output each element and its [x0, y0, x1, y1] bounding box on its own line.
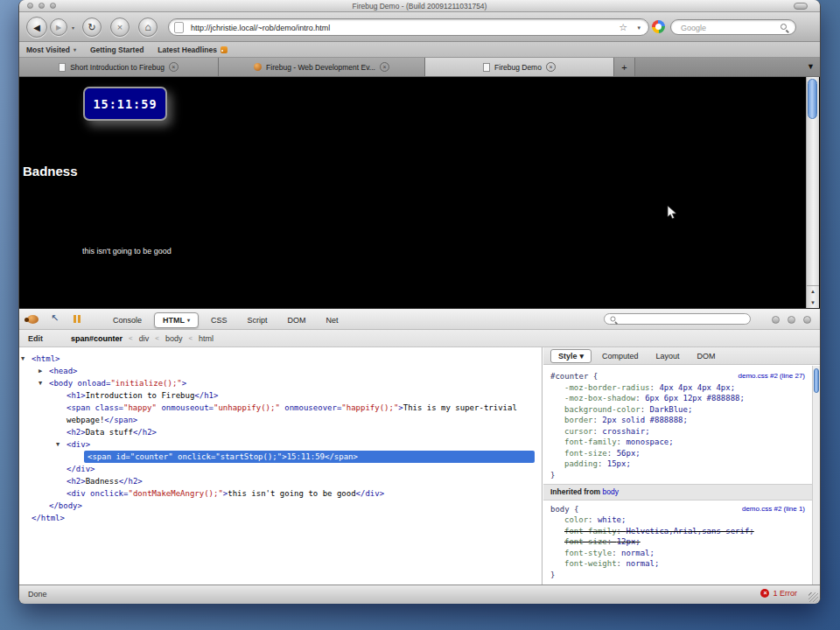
search-engine-icon[interactable]: [652, 20, 665, 33]
scrollbar-thumb[interactable]: [808, 79, 817, 119]
breadcrumb-item[interactable]: div: [139, 334, 150, 343]
new-tab-button[interactable]: +: [614, 58, 635, 76]
close-tab-icon[interactable]: ×: [380, 62, 389, 72]
bookmark-item[interactable]: Most Visited▾: [26, 46, 76, 54]
breadcrumb-item[interactable]: span#counter: [71, 334, 122, 343]
tree-node[interactable]: </html>: [19, 512, 542, 524]
page-message[interactable]: this isn't going to be good: [82, 247, 172, 256]
firebug-tab-console[interactable]: Console: [105, 313, 150, 327]
home-button[interactable]: ⌂: [138, 18, 158, 37]
resize-grip[interactable]: [808, 592, 818, 602]
counter-clock[interactable]: 15:11:59: [83, 87, 167, 121]
firebug-close-button[interactable]: [803, 316, 811, 324]
tree-node[interactable]: <h1>Introduction to Firebug</h1>: [19, 389, 542, 402]
tree-node[interactable]: <span class="happy" onmouseout="unhappif…: [19, 402, 542, 426]
css-property[interactable]: border: 2px solid #888888;: [550, 415, 805, 426]
pause-icon[interactable]: [74, 315, 80, 323]
firebug-minimize-button[interactable]: [772, 316, 780, 324]
list-all-tabs-icon[interactable]: ▼: [807, 62, 815, 71]
css-property[interactable]: font-family: monospace;: [550, 437, 805, 448]
css-property[interactable]: cursor: crosshair;: [550, 426, 805, 438]
inherited-element-link[interactable]: body: [603, 487, 619, 496]
scroll-up-icon[interactable]: ▲: [807, 286, 819, 298]
css-property[interactable]: -moz-box-shadow: 6px 6px 12px #888888;: [550, 393, 805, 404]
css-property[interactable]: font-weight: normal;: [550, 558, 805, 570]
browser-tab[interactable]: Short Introduction to Firebug×: [19, 58, 219, 76]
code-tag: </html>: [32, 514, 65, 522]
twisty-icon[interactable]: ▼: [38, 377, 42, 389]
tree-node[interactable]: <h2>Badness</h2>: [19, 475, 542, 487]
close-window-button[interactable]: [27, 3, 33, 9]
tree-node[interactable]: ▶<head>: [19, 365, 542, 377]
tree-node[interactable]: ▼<html>: [19, 353, 542, 365]
property-name: padding: [564, 459, 598, 468]
url-input[interactable]: http://jchristie.local/~rob/demo/intro.h…: [191, 24, 330, 32]
css-property[interactable]: -moz-border-radius: 4px 4px 4px 4px;: [550, 382, 805, 394]
breadcrumb-item[interactable]: body: [165, 334, 183, 343]
code-tag: <h2>: [66, 428, 86, 437]
tree-node[interactable]: <span id="counter" onclick="startStop();…: [19, 451, 542, 463]
bookmark-item[interactable]: Latest Headlines: [158, 46, 228, 54]
twisty-icon[interactable]: ▼: [21, 353, 24, 365]
firebug-search-field[interactable]: [604, 313, 751, 325]
style-tab-dom[interactable]: DOM: [690, 350, 723, 362]
twisty-icon[interactable]: ▼: [56, 438, 60, 451]
url-bar[interactable]: http://jchristie.local/~rob/demo/intro.h…: [168, 18, 649, 36]
tree-node[interactable]: ▼<body onload="initialize();">: [19, 377, 542, 389]
twisty-icon[interactable]: ▶: [38, 365, 42, 377]
close-tab-icon[interactable]: ×: [546, 62, 556, 72]
firebug-error-badge[interactable]: × 1 Error: [760, 589, 797, 598]
css-selector[interactable]: #counter {: [550, 372, 598, 381]
css-property[interactable]: background-color: DarkBlue;: [550, 404, 805, 416]
zoom-window-button[interactable]: [50, 3, 56, 9]
tree-node[interactable]: <div onclick="dontMakeMeAngry();">this i…: [19, 487, 542, 500]
browser-tab[interactable]: Firebug - Web Development Ev...×: [219, 58, 425, 76]
browser-tab[interactable]: Firebug Demo×: [425, 58, 614, 76]
inspect-element-icon[interactable]: ↖: [51, 312, 59, 324]
firebug-tab-script[interactable]: Script: [240, 313, 276, 327]
css-property[interactable]: font-style: normal;: [550, 548, 805, 559]
tree-node[interactable]: ▼<div>: [19, 438, 542, 451]
firebug-tab-net[interactable]: Net: [318, 313, 346, 327]
search-bar[interactable]: Google: [670, 19, 796, 35]
css-property[interactable]: font-size: 12px;: [550, 536, 805, 548]
style-tab-style[interactable]: Style▾: [550, 349, 592, 363]
breadcrumb-item[interactable]: html: [199, 334, 214, 343]
forward-button[interactable]: ▶: [50, 18, 67, 36]
bookmark-star-icon[interactable]: ☆: [619, 22, 627, 33]
title-bar[interactable]: Firebug Demo - (Build 20091211031754): [19, 0, 820, 12]
css-selector[interactable]: body {: [550, 505, 579, 514]
page-heading: Badness: [23, 164, 78, 178]
minimize-window-button[interactable]: [38, 3, 45, 9]
back-button[interactable]: ◀: [26, 17, 47, 38]
css-property[interactable]: color: white;: [550, 514, 805, 526]
style-tab-layout[interactable]: Layout: [649, 350, 687, 362]
css-property[interactable]: font-size: 56px;: [550, 448, 805, 459]
firebug-tab-html[interactable]: HTML▾: [154, 312, 199, 328]
style-scrollbar[interactable]: [812, 366, 820, 584]
url-dropdown-icon[interactable]: ▾: [637, 24, 640, 32]
firebug-tab-css[interactable]: CSS: [203, 313, 235, 327]
close-tab-icon[interactable]: ×: [169, 62, 178, 72]
stop-button[interactable]: ×: [110, 18, 130, 37]
edit-button[interactable]: Edit: [28, 334, 43, 343]
firebug-icon[interactable]: [27, 315, 38, 324]
style-tab-computed[interactable]: Computed: [595, 350, 646, 362]
history-dropdown-icon[interactable]: ▾: [72, 24, 74, 31]
css-property[interactable]: font-family: Helvetica,Arial,sans-serif;: [550, 526, 805, 537]
firebug-detach-button[interactable]: [788, 316, 795, 324]
bookmark-item[interactable]: Getting Started: [90, 46, 144, 54]
tree-node[interactable]: <h2>Data stuff</h2>: [19, 426, 542, 438]
css-property[interactable]: padding: 15px;: [550, 458, 805, 470]
firebug-tab-dom[interactable]: DOM: [280, 313, 314, 327]
tree-node[interactable]: </div>: [19, 463, 542, 475]
search-input[interactable]: Google: [681, 24, 706, 32]
toolbar-toggle-button[interactable]: [794, 3, 808, 10]
tree-node[interactable]: </body>: [19, 500, 542, 512]
scrollbar-thumb[interactable]: [814, 368, 819, 393]
css-source-link[interactable]: demo.css #2 (line 1): [742, 504, 805, 515]
page-scrollbar[interactable]: ▲ ▼: [806, 77, 819, 308]
css-source-link[interactable]: demo.css #2 (line 27): [738, 371, 805, 382]
reload-button[interactable]: ↻: [82, 18, 102, 37]
search-icon[interactable]: [780, 24, 787, 30]
